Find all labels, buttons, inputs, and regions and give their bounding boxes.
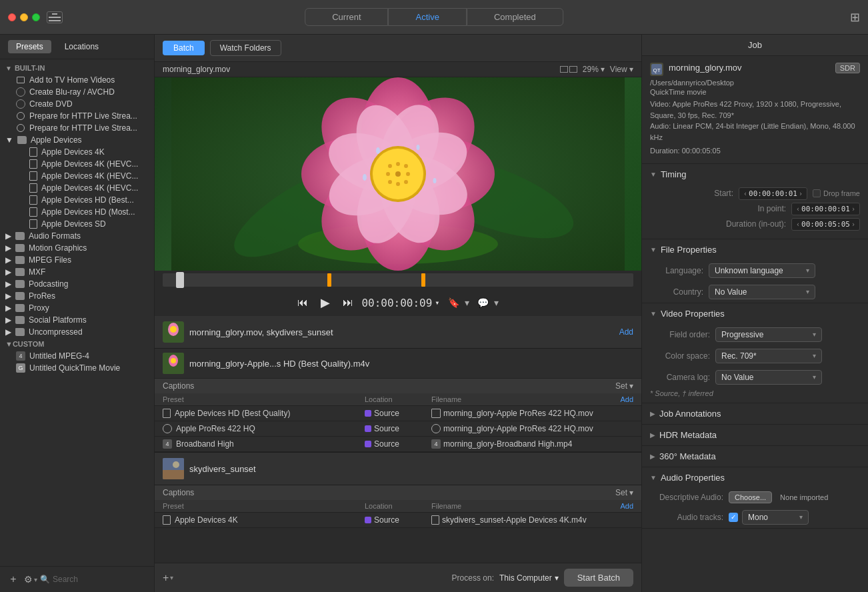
sidebar-item-tv-home[interactable]: Add to TV Home Videos <box>0 74 154 86</box>
file-props-header[interactable]: ▼ File Properties <box>642 239 868 260</box>
sidebar-item-proxy[interactable]: ▶ Proxy <box>0 302 154 314</box>
inpoint-increment-icon[interactable]: › <box>851 205 855 213</box>
camera-log-dropdown[interactable]: No Value ▾ <box>715 370 822 385</box>
duration-decrement-icon[interactable]: ‹ <box>796 221 800 228</box>
custom-section-header[interactable]: ▼ CUSTOM <box>0 338 154 350</box>
audio-tracks-dropdown[interactable]: Mono ▾ <box>742 510 809 525</box>
country-dropdown-icon: ▾ <box>806 288 809 295</box>
zoom-dropdown[interactable]: 29% ▾ <box>583 65 605 74</box>
choose-button[interactable]: Choose... <box>729 491 772 503</box>
speech-bubble-icon[interactable]: 💬 <box>477 297 489 308</box>
sidebar-subitem-apple4k-hevc3[interactable]: Apple Devices 4K (HEVC... <box>0 182 154 194</box>
blu-ray-icon <box>16 87 25 97</box>
sidebar-subitem-applehd-most[interactable]: Apple Devices HD (Most... <box>0 206 154 218</box>
skip-back-button[interactable]: ⏮ <box>297 297 308 309</box>
sidebar-item-mpeg[interactable]: ▶ MPEG Files <box>0 254 154 266</box>
hdr-metadata-header[interactable]: ▶ HDR Metadata <box>642 425 868 445</box>
duration-field[interactable]: ‹ 00:00:05:05 › <box>791 218 860 231</box>
video-props-header[interactable]: ▼ Video Properties <box>642 303 868 324</box>
settings-button[interactable]: ⚙ ▾ <box>24 574 37 585</box>
sidebar-item-podcasting[interactable]: ▶ Podcasting <box>0 278 154 290</box>
zoom-value: 29% <box>583 65 599 74</box>
start-decrement-icon[interactable]: ‹ <box>743 190 747 197</box>
drop-frame-checkbox[interactable] <box>813 189 821 197</box>
job-rows-add-button-1[interactable]: Add <box>620 395 633 403</box>
sidebar-subitem-apple4k[interactable]: Apple Devices 4K <box>0 146 154 158</box>
start-timecode-field[interactable]: ‹ 00:00:00:01 › <box>739 187 807 200</box>
duration-increment-icon[interactable]: › <box>851 221 855 228</box>
add-preset-button[interactable]: + <box>5 572 21 587</box>
sidebar-subitem-applesd[interactable]: Apple Devices SD <box>0 218 154 230</box>
job-group-1-name: morning_glory.mov, skydivers_sunset <box>189 327 333 337</box>
language-dropdown[interactable]: Unknown language ▾ <box>709 263 815 278</box>
sidebar-item-prores[interactable]: ▶ ProRes <box>0 290 154 302</box>
sidebar-item-mxf[interactable]: ▶ MXF <box>0 266 154 278</box>
watch-folders-button[interactable]: Watch Folders <box>210 40 281 56</box>
sidebar-item-motion[interactable]: ▶ Motion Graphics <box>0 242 154 254</box>
fullscreen-button[interactable] <box>32 13 40 21</box>
bookmark-chevron[interactable]: ▾ <box>465 297 469 308</box>
tab-current[interactable]: Current <box>305 8 388 26</box>
start-batch-button[interactable]: Start Batch <box>564 569 633 587</box>
preview-toolbar: morning_glory.mov 29% ▾ View ▾ <box>155 62 641 77</box>
sidebar-toggle-button[interactable] <box>47 11 63 23</box>
drop-frame-row: Drop frame <box>813 189 860 197</box>
inspector-toggle-icon[interactable]: ⊞ <box>850 10 860 25</box>
tab-active[interactable]: Active <box>389 8 467 26</box>
color-space-dropdown[interactable]: Rec. 709* ▾ <box>715 349 822 363</box>
timeline-scrubber[interactable] <box>163 273 633 287</box>
audio-props-header[interactable]: ▼ Audio Properties <box>642 467 868 488</box>
proxy-chevron: ▶ <box>5 303 11 313</box>
close-button[interactable] <box>8 13 16 21</box>
bookmark-icon[interactable]: 🔖 <box>448 297 459 308</box>
file-info-row: QT morning_glory.mov SDR <box>650 63 860 76</box>
add-job-button[interactable]: + ▾ <box>163 572 173 584</box>
timing-section-header[interactable]: ▼ Timing <box>642 164 868 185</box>
skydivers-set-button[interactable]: Set ▾ <box>615 488 633 497</box>
view-button[interactable]: View ▾ <box>610 65 633 74</box>
inpoint-field[interactable]: ‹ 00:00:00:01 › <box>791 203 860 215</box>
start-increment-icon[interactable]: › <box>799 190 803 197</box>
audio-tracks-checkbox[interactable]: ✓ <box>729 513 738 522</box>
sidebar-subitem-apple4k-hevc1[interactable]: Apple Devices 4K (HEVC... <box>0 158 154 170</box>
job-annotations-header[interactable]: ▶ Job Annotations <box>642 403 868 424</box>
sidebar-subitem-apple4k-hevc2[interactable]: Apple Devices 4K (HEVC... <box>0 170 154 182</box>
skydivers-add-button[interactable]: Add <box>620 502 633 510</box>
play-button[interactable]: ▶ <box>316 293 335 312</box>
sidebar-item-apple-devices[interactable]: ▼ Apple Devices <box>0 134 154 146</box>
sidebar-item-mpeg4[interactable]: 4 Untitled MPEG-4 <box>0 350 154 362</box>
timing-start-row: Start: ‹ 00:00:00:01 › Drop frame <box>650 187 860 200</box>
file-info-section: QT morning_glory.mov SDR /Users/dannyric… <box>642 56 868 164</box>
inpoint-decrement-icon[interactable]: ‹ <box>796 205 800 213</box>
set-button[interactable]: Set ▾ <box>615 381 633 391</box>
sidebar-tab-locations[interactable]: Locations <box>57 40 107 53</box>
sidebar-item-audio[interactable]: ▶ Audio Formats <box>0 230 154 242</box>
batch-button[interactable]: Batch <box>163 41 205 55</box>
360-metadata-header[interactable]: ▶ 360° Metadata <box>642 446 868 467</box>
sidebar-tab-presets[interactable]: Presets <box>8 40 51 53</box>
speech-chevron[interactable]: ▾ <box>494 297 499 308</box>
minimize-button[interactable] <box>20 13 28 21</box>
timing-fields: Start: ‹ 00:00:00:01 › Drop frame <box>642 185 868 239</box>
builtin-section-header[interactable]: ▼ BUILT-IN <box>0 62 154 74</box>
tab-completed[interactable]: Completed <box>467 8 563 26</box>
360-metadata-section: ▶ 360° Metadata <box>642 446 868 467</box>
sidebar-item-http1[interactable]: Prepare for HTTP Live Strea... <box>0 110 154 122</box>
applehd-best-icon <box>29 195 37 205</box>
timecode-dropdown-icon[interactable]: ▾ <box>435 298 439 307</box>
sidebar-subitem-applehd-best[interactable]: Apple Devices HD (Best... <box>0 194 154 206</box>
job-group-1-add-button[interactable]: Add <box>619 327 633 337</box>
skydivers-name: skydivers_sunset <box>189 464 256 474</box>
sidebar-item-uncompressed[interactable]: ▶ Uncompressed <box>0 326 154 338</box>
field-order-dropdown[interactable]: Progressive ▾ <box>715 327 822 342</box>
prores-icon <box>15 291 25 301</box>
country-dropdown[interactable]: No Value ▾ <box>709 285 815 299</box>
sidebar-item-blu-ray[interactable]: Create Blu-ray / AVCHD <box>0 86 154 98</box>
sidebar-item-dvd[interactable]: Create DVD <box>0 98 154 110</box>
sidebar-item-http2[interactable]: Prepare for HTTP Live Strea... <box>0 122 154 134</box>
sidebar-item-social[interactable]: ▶ Social Platforms <box>0 314 154 326</box>
sidebar-item-quicktime[interactable]: G Untitled QuickTime Movie <box>0 362 154 374</box>
search-field[interactable]: 🔍 Search <box>40 575 149 584</box>
skip-forward-button[interactable]: ⏭ <box>343 297 353 309</box>
computer-select[interactable]: This Computer ▾ <box>499 573 559 583</box>
